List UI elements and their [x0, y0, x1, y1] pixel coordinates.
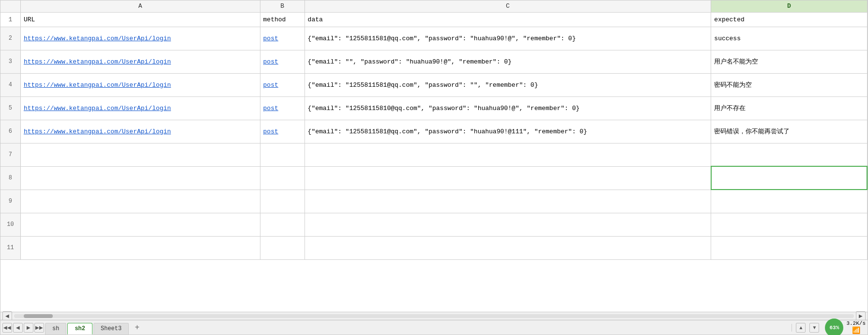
h-scroll-thumb[interactable] [24, 314, 53, 318]
cell-b1[interactable]: method [260, 12, 305, 27]
cell-a11[interactable] [20, 236, 260, 259]
row-num-8: 8 [0, 166, 20, 190]
col-header-c[interactable]: C [305, 0, 711, 12]
column-header-row: A B C D [0, 0, 867, 12]
zoom-badge: 63% [825, 319, 843, 335]
tab-nav-first[interactable]: ◀◀ [2, 323, 12, 333]
cell-c3[interactable]: {"email": "", "password": "huahua90!@", … [305, 50, 711, 73]
cell-b5[interactable]: post [260, 96, 305, 120]
col-header-d[interactable]: D [711, 0, 867, 12]
cell-b3[interactable]: post [260, 50, 305, 73]
cell-d3[interactable]: 用户名不能为空 [711, 50, 867, 73]
row-num-10: 10 [0, 213, 20, 236]
cell-c6[interactable]: {"email": "1255811581@qq.com", "password… [305, 120, 711, 143]
network-icon: 📶 [852, 326, 860, 335]
tab-sheet3[interactable]: Sheet3 [93, 323, 129, 335]
data-row-2: 2 https://www.ketangpai.com/UserApi/logi… [0, 27, 867, 50]
scroll-left-btn[interactable]: ◀ [2, 311, 12, 321]
row-num-1: 1 [0, 12, 20, 27]
cell-a8[interactable] [20, 166, 260, 190]
cell-a2[interactable]: https://www.ketangpai.com/UserApi/login [20, 27, 260, 50]
method-link-4[interactable]: post [263, 81, 278, 89]
cell-b7[interactable] [260, 143, 305, 166]
method-link-2[interactable]: post [263, 35, 278, 42]
cell-b8[interactable] [260, 166, 305, 190]
cell-d8[interactable] [711, 166, 867, 190]
cell-c8[interactable] [305, 166, 711, 190]
scroll-down-btn[interactable]: ▼ [809, 323, 819, 333]
data-row-5: 5 https://www.ketangpai.com/UserApi/logi… [0, 96, 867, 120]
tab-nav-prev[interactable]: ◀ [13, 323, 23, 333]
cell-d2[interactable]: success [711, 27, 867, 50]
cell-a5[interactable]: https://www.ketangpai.com/UserApi/login [20, 96, 260, 120]
row-num-5: 5 [0, 96, 20, 120]
cell-b10[interactable] [260, 213, 305, 236]
method-link-3[interactable]: post [263, 58, 278, 65]
cell-b2[interactable]: post [260, 27, 305, 50]
cell-a9[interactable] [20, 190, 260, 213]
data-row-9: 9 [0, 190, 867, 213]
h-scroll-track[interactable] [14, 314, 854, 318]
cell-b4[interactable]: post [260, 73, 305, 96]
row-num-4: 4 [0, 73, 20, 96]
url-link-6[interactable]: https://www.ketangpai.com/UserApi/login [24, 128, 171, 135]
method-link-6[interactable]: post [263, 128, 278, 135]
row-num-2: 2 [0, 27, 20, 50]
cell-a1[interactable]: URL [20, 12, 260, 27]
cell-b6[interactable]: post [260, 120, 305, 143]
url-link-3[interactable]: https://www.ketangpai.com/UserApi/login [24, 58, 171, 65]
cell-c5[interactable]: {"email": "12558115810@qq.com", "passwor… [305, 96, 711, 120]
cell-c2[interactable]: {"email": "1255811581@qq.com", "password… [305, 27, 711, 50]
network-speed: 3.2K/s [846, 320, 866, 326]
corner-header [0, 0, 20, 12]
spreadsheet-table: A B C D 1 URL method data expected 2 [0, 0, 868, 260]
url-link-5[interactable]: https://www.ketangpai.com/UserApi/login [24, 105, 171, 112]
data-row-4: 4 https://www.ketangpai.com/UserApi/logi… [0, 73, 867, 96]
add-sheet-button[interactable]: + [132, 322, 142, 333]
cell-a3[interactable]: https://www.ketangpai.com/UserApi/login [20, 50, 260, 73]
data-row-6: 6 https://www.ketangpai.com/UserApi/logi… [0, 120, 867, 143]
cell-d5[interactable]: 用户不存在 [711, 96, 867, 120]
cell-d10[interactable] [711, 213, 867, 236]
cell-c11[interactable] [305, 236, 711, 259]
url-link-2[interactable]: https://www.ketangpai.com/UserApi/login [24, 35, 171, 42]
scroll-up-btn[interactable]: ▲ [796, 323, 806, 333]
data-row-3: 3 https://www.ketangpai.com/UserApi/logi… [0, 50, 867, 73]
row-num-7: 7 [0, 143, 20, 166]
cell-a6[interactable]: https://www.ketangpai.com/UserApi/login [20, 120, 260, 143]
cell-c9[interactable] [305, 190, 711, 213]
cell-c7[interactable] [305, 143, 711, 166]
cell-d7[interactable] [711, 143, 867, 166]
data-row-11: 11 [0, 236, 867, 259]
url-link-4[interactable]: https://www.ketangpai.com/UserApi/login [24, 81, 171, 89]
cell-d1[interactable]: expected [711, 12, 867, 27]
cell-a10[interactable] [20, 213, 260, 236]
cell-a4[interactable]: https://www.ketangpai.com/UserApi/login [20, 73, 260, 96]
data-row-8: 8 [0, 166, 867, 190]
cell-d9[interactable] [711, 190, 867, 213]
row-num-3: 3 [0, 50, 20, 73]
tab-sh2[interactable]: sh2 [67, 323, 92, 335]
tab-sh[interactable]: sh [45, 323, 66, 335]
sheet-area: A B C D 1 URL method data expected 2 [0, 0, 868, 312]
col-header-b[interactable]: B [260, 0, 305, 12]
spreadsheet: A B C D 1 URL method data expected 2 [0, 0, 868, 335]
cell-a7[interactable] [20, 143, 260, 166]
cell-d6[interactable]: 密码错误，你不能再尝试了 [711, 120, 867, 143]
cell-c4[interactable]: {"email": "1255811581@qq.com", "password… [305, 73, 711, 96]
cell-b9[interactable] [260, 190, 305, 213]
network-status: 3.2K/s 📶 [846, 320, 866, 335]
data-row-7: 7 [0, 143, 867, 166]
col-header-a[interactable]: A [20, 0, 260, 12]
cell-d11[interactable] [711, 236, 867, 259]
tab-nav-next[interactable]: ▶ [24, 323, 33, 333]
cell-b11[interactable] [260, 236, 305, 259]
cell-c1[interactable]: data [305, 12, 711, 27]
row-num-6: 6 [0, 120, 20, 143]
tab-nav-last[interactable]: ▶▶ [34, 323, 44, 333]
row-num-9: 9 [0, 190, 20, 213]
tab-bar: ◀◀ ◀ ▶ ▶▶ sh sh2 Sheet3 + ▲ ▼ 63% 3.2K/s… [0, 320, 868, 335]
cell-c10[interactable] [305, 213, 711, 236]
method-link-5[interactable]: post [263, 105, 278, 112]
cell-d4[interactable]: 密码不能为空 [711, 73, 867, 96]
